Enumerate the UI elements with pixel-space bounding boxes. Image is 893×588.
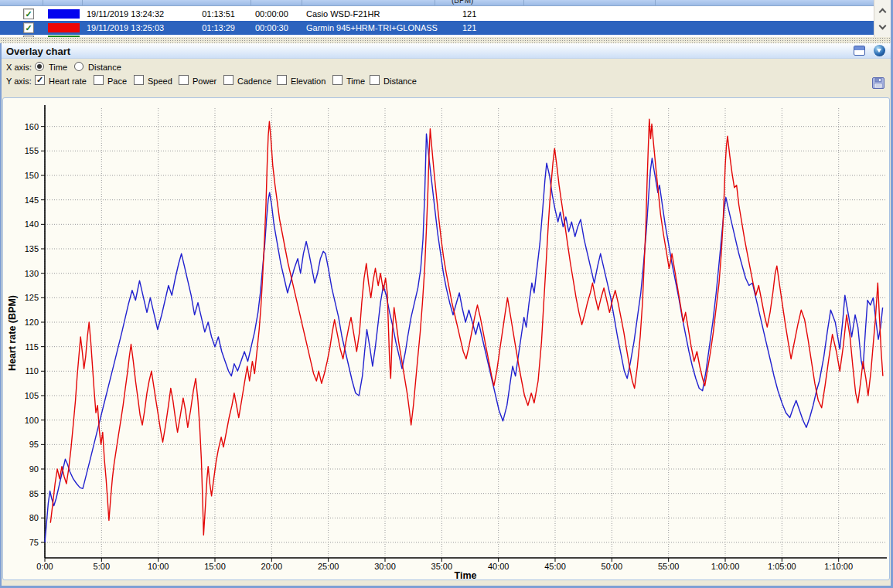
- row-checkbox[interactable]: ✓: [23, 22, 34, 33]
- checkbox-speed-label[interactable]: Speed: [148, 76, 172, 86]
- table-scrollbar[interactable]: [874, 0, 891, 37]
- svg-text:140: 140: [25, 219, 39, 229]
- column-separator: [435, 0, 435, 6]
- svg-text:1:10:00: 1:10:00: [824, 562, 853, 571]
- table-header: (BPM): [0, 0, 874, 6]
- svg-text:55:00: 55:00: [658, 562, 680, 571]
- window-restore-icon[interactable]: [854, 46, 865, 56]
- app-window: (BPM) ✓ 19/11/2019 13:24:32 01:13:51 00:…: [0, 0, 893, 588]
- device-cell: Garmin 945+HRM-TRI+GLONASS: [306, 23, 438, 32]
- scroll-up-icon[interactable]: [877, 5, 889, 17]
- svg-text:5:00: 5:00: [94, 562, 110, 571]
- checkbox-pace[interactable]: [94, 75, 104, 85]
- svg-text:0:00: 0:00: [36, 562, 53, 571]
- checkbox-cadence-label[interactable]: Cadence: [237, 76, 271, 86]
- checkbox-elevation[interactable]: [277, 75, 287, 85]
- checkbox-power-label[interactable]: Power: [193, 76, 216, 86]
- svg-text:35:00: 35:00: [431, 562, 453, 571]
- checkbox-heart-rate[interactable]: ✓: [35, 75, 45, 85]
- svg-text:Time: Time: [455, 570, 477, 581]
- svg-text:80: 80: [29, 513, 39, 522]
- save-chart-button[interactable]: [872, 77, 884, 89]
- duration-cell: 01:13:29: [186, 23, 235, 32]
- column-separator: [302, 0, 302, 6]
- checkbox-time-label[interactable]: Time: [346, 76, 365, 86]
- svg-text:160: 160: [25, 122, 39, 131]
- column-separator: [523, 0, 524, 6]
- svg-text:150: 150: [25, 171, 39, 180]
- checkbox-elevation-label[interactable]: Elevation: [291, 76, 326, 86]
- series-color-swatch: [48, 9, 80, 19]
- svg-text:50:00: 50:00: [602, 562, 623, 571]
- svg-text:Heart rate (BPM): Heart rate (BPM): [7, 295, 18, 371]
- checkbox-distance-label[interactable]: Distance: [383, 76, 417, 86]
- svg-text:120: 120: [25, 318, 39, 327]
- device-cell: Casio WSD-F21HR: [306, 9, 380, 19]
- svg-text:105: 105: [25, 391, 39, 400]
- svg-text:90: 90: [29, 464, 39, 474]
- chart-axis-labels: 7580859095100105110115120125130135140145…: [7, 122, 853, 581]
- radio-x-time[interactable]: [35, 62, 44, 71]
- offset-cell: 00:00:30: [255, 23, 288, 32]
- avg-hr-column-header: (BPM): [452, 0, 473, 5]
- chart-series: [45, 119, 883, 542]
- duration-cell: 01:13:51: [186, 9, 235, 19]
- svg-text:115: 115: [25, 342, 39, 352]
- svg-text:155: 155: [25, 146, 39, 155]
- svg-text:75: 75: [29, 538, 39, 547]
- activity-table: (BPM) ✓ 19/11/2019 13:24:32 01:13:51 00:…: [0, 0, 893, 37]
- checkbox-speed[interactable]: [134, 75, 144, 85]
- svg-text:45:00: 45:00: [544, 562, 566, 571]
- y-axis-label: Y axis:: [6, 76, 32, 86]
- radio-x-distance[interactable]: [74, 62, 84, 71]
- window-border-left: [0, 43, 2, 588]
- start-time-cell: 19/11/2019 13:24:32: [87, 9, 164, 19]
- collapse-panel-button[interactable]: [874, 45, 885, 56]
- svg-text:40:00: 40:00: [488, 562, 510, 571]
- heart-rate-chart: 7580859095100105110115120125130135140145…: [0, 99, 893, 588]
- radio-x-time-label[interactable]: Time: [49, 63, 67, 72]
- table-row[interactable]: ✓ 19/11/2019 13:24:32 01:13:51 00:00:00 …: [0, 7, 874, 21]
- radio-x-distance-label[interactable]: Distance: [88, 63, 121, 72]
- svg-text:85: 85: [29, 489, 39, 498]
- svg-text:1:00:00: 1:00:00: [711, 562, 740, 571]
- column-separator: [43, 0, 43, 6]
- svg-text:100: 100: [25, 416, 39, 425]
- series-color-swatch: [48, 23, 80, 32]
- row-checkbox[interactable]: ✓: [23, 8, 34, 19]
- svg-text:30:00: 30:00: [374, 562, 396, 571]
- checkbox-pace-label[interactable]: Pace: [107, 76, 127, 86]
- column-separator: [655, 0, 656, 6]
- table-row-selected[interactable]: ✓ 19/11/2019 13:25:03 01:13:29 00:00:30 …: [0, 21, 874, 35]
- svg-text:25:00: 25:00: [318, 562, 339, 571]
- chevron-down-icon: [877, 49, 881, 53]
- chart-gridlines: [45, 108, 887, 558]
- column-separator: [82, 0, 83, 6]
- avg-hr-cell: 121: [462, 9, 476, 19]
- overlay-chart-titlebar: Overlay chart: [0, 43, 893, 59]
- x-axis-label: X axis:: [6, 63, 32, 72]
- svg-text:130: 130: [25, 269, 39, 278]
- checkbox-distance[interactable]: [370, 75, 380, 85]
- checkbox-time[interactable]: [332, 75, 343, 85]
- svg-text:1:05:00: 1:05:00: [768, 562, 796, 571]
- start-time-cell: 19/11/2019 13:25:03: [87, 23, 164, 32]
- svg-text:145: 145: [25, 195, 39, 205]
- svg-text:10:00: 10:00: [148, 562, 169, 571]
- scroll-down-icon[interactable]: [877, 22, 889, 34]
- offset-cell: 00:00:00: [255, 9, 288, 19]
- panel-splitter[interactable]: [0, 37, 893, 43]
- checkbox-heart-rate-label[interactable]: Heart rate: [49, 76, 87, 86]
- svg-text:95: 95: [29, 440, 39, 449]
- svg-text:125: 125: [25, 293, 39, 302]
- avg-hr-cell: 121: [462, 23, 476, 32]
- checkbox-power[interactable]: [179, 75, 189, 85]
- svg-text:20:00: 20:00: [261, 562, 283, 571]
- panel-title: Overlay chart: [6, 46, 70, 57]
- svg-text:110: 110: [25, 366, 39, 376]
- svg-text:135: 135: [25, 244, 39, 253]
- svg-text:15:00: 15:00: [204, 562, 226, 571]
- checkbox-cadence[interactable]: [223, 75, 233, 85]
- column-separator: [251, 0, 251, 6]
